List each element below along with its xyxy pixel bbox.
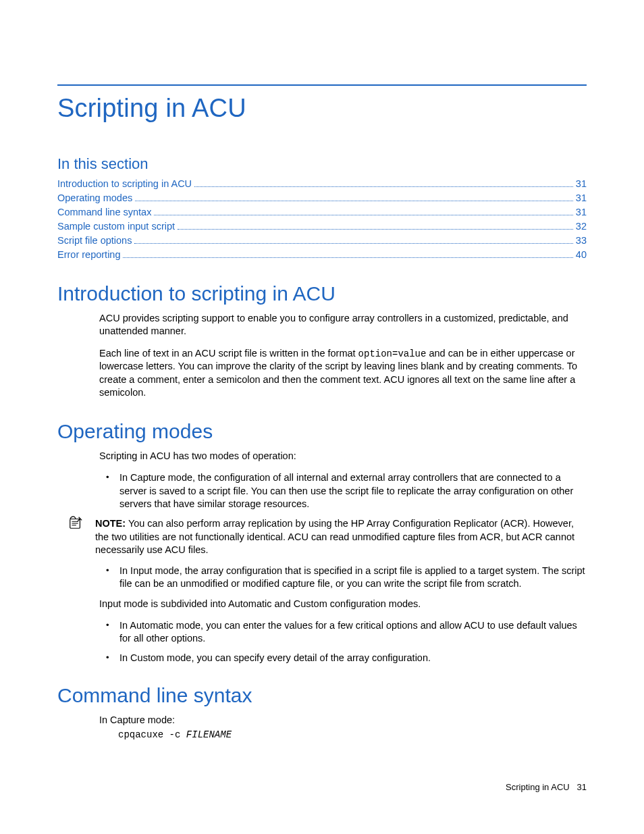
- command-text: cpqacuxe -c: [118, 729, 186, 740]
- note-label: NOTE:: [95, 518, 126, 529]
- toc-page-number: 33: [576, 234, 587, 248]
- bullet-list: In Automatic mode, you can enter the val…: [99, 619, 587, 665]
- section-body-command-line: In Capture mode: cpqacuxe -c FILENAME: [99, 714, 587, 740]
- command-argument: FILENAME: [186, 729, 232, 740]
- section-heading-operating-modes: Operating modes: [57, 420, 587, 443]
- toc-leader-dots: [178, 223, 573, 230]
- toc-row[interactable]: Error reporting 40: [57, 248, 587, 262]
- toc-label: Script file options: [57, 234, 132, 248]
- list-item: In Capture mode, the configuration of al…: [119, 471, 587, 511]
- note-icon: [68, 515, 83, 530]
- document-page: Scripting in ACU In this section Introdu…: [0, 0, 644, 834]
- page-title: Scripting in ACU: [57, 94, 587, 123]
- paragraph: ACU provides scripting support to enable…: [99, 312, 587, 338]
- in-this-section-heading: In this section: [57, 155, 587, 173]
- toc-label: Operating modes: [57, 191, 132, 205]
- toc-label: Sample custom input script: [57, 219, 175, 234]
- toc-label: Command line syntax: [57, 205, 151, 219]
- page-footer: Scripting in ACU 31: [506, 782, 587, 792]
- toc-row[interactable]: Command line syntax 31: [57, 205, 587, 219]
- inline-code: option=value: [358, 348, 427, 359]
- paragraph: Each line of text in an ACU script file …: [99, 347, 587, 399]
- toc-leader-dots: [134, 237, 572, 244]
- list-item: In Automatic mode, you can enter the val…: [119, 619, 587, 646]
- toc-page-number: 40: [576, 248, 587, 262]
- toc-leader-dots: [194, 180, 573, 187]
- section-heading-command-line-syntax: Command line syntax: [57, 684, 587, 707]
- note-block: NOTE: You can also perform array replica…: [72, 517, 587, 556]
- table-of-contents: Introduction to scripting in ACU 31 Oper…: [57, 177, 587, 262]
- toc-row[interactable]: Script file options 33: [57, 234, 587, 248]
- paragraph: Scripting in ACU has two modes of operat…: [99, 450, 587, 463]
- section-body-operating-modes: Scripting in ACU has two modes of operat…: [99, 450, 587, 511]
- toc-label: Error reporting: [57, 248, 120, 262]
- command-line: cpqacuxe -c FILENAME: [118, 729, 587, 740]
- toc-page-number: 32: [576, 219, 587, 234]
- bullet-list: In Input mode, the array configuration t…: [99, 565, 587, 591]
- text-run: Each line of text in an ACU script file …: [99, 348, 358, 359]
- paragraph: Input mode is subdivided into Automatic …: [99, 598, 587, 610]
- toc-label: Introduction to scripting in ACU: [57, 177, 192, 191]
- footer-page-number: 31: [577, 782, 587, 792]
- list-item: In Input mode, the array configuration t…: [119, 565, 587, 591]
- toc-row[interactable]: Sample custom input script 32: [57, 219, 587, 234]
- top-rule: [57, 84, 587, 86]
- toc-page-number: 31: [576, 191, 587, 205]
- section-body-introduction: ACU provides scripting support to enable…: [99, 312, 587, 399]
- list-item: In Custom mode, you can specify every de…: [119, 652, 587, 664]
- section-body-operating-modes-cont: In Input mode, the array configuration t…: [99, 565, 587, 665]
- toc-leader-dots: [154, 209, 572, 215]
- paragraph: In Capture mode:: [99, 714, 587, 727]
- bullet-list: In Capture mode, the configuration of al…: [99, 471, 587, 511]
- toc-page-number: 31: [576, 205, 587, 219]
- toc-page-number: 31: [576, 177, 587, 191]
- toc-row[interactable]: Operating modes 31: [57, 191, 587, 205]
- toc-leader-dots: [123, 251, 572, 258]
- toc-row[interactable]: Introduction to scripting in ACU 31: [57, 177, 587, 191]
- note-body: You can also perform array replication b…: [95, 518, 574, 555]
- section-heading-introduction: Introduction to scripting in ACU: [57, 282, 587, 305]
- toc-leader-dots: [135, 194, 573, 201]
- footer-label: Scripting in ACU: [506, 782, 570, 792]
- note-text: NOTE: You can also perform array replica…: [95, 517, 587, 556]
